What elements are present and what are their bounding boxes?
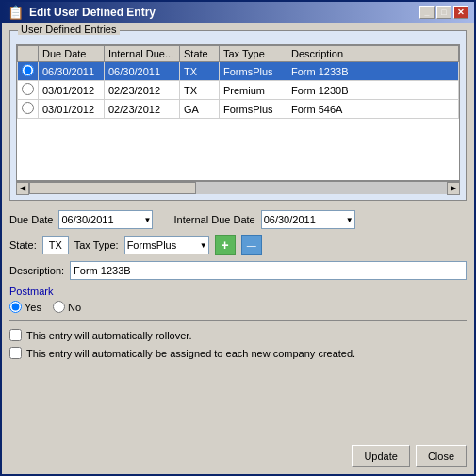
content-area: User Defined Entries Due Date Internal D… <box>2 23 474 474</box>
divider-1 <box>9 320 467 321</box>
tax-type-label: Tax Type: <box>74 239 119 251</box>
cell-tax-type: FormsPlus <box>220 62 287 81</box>
user-defined-entries-group: User Defined Entries Due Date Internal D… <box>9 30 467 201</box>
postmark-radio-group: Yes No <box>9 301 467 313</box>
main-window: 📋 Edit User Defined Entry _ □ ✕ User Def… <box>0 0 476 476</box>
entries-table-container: Due Date Internal Due... State Tax Type … <box>16 44 460 181</box>
cell-internal-due: 02/23/2012 <box>105 81 180 100</box>
remove-entry-button[interactable]: — <box>241 235 262 255</box>
internal-due-date-label: Internal Due Date <box>173 214 254 225</box>
cell-description: Form 1230B <box>287 81 459 100</box>
cell-due-date: 06/30/2011 <box>39 62 105 81</box>
tax-type-select-wrapper: FormsPlus Premium ▼ <box>124 236 209 254</box>
horizontal-scrollbar[interactable]: ◀ ▶ <box>16 181 460 194</box>
form-section: Due Date 06/30/2011 ▼ Internal Due Date … <box>9 206 467 363</box>
update-button[interactable]: Update <box>352 445 409 467</box>
postmark-label: Postmark <box>9 286 467 297</box>
table-row[interactable]: 03/01/201202/23/2012GAFormsPlusForm 546A <box>18 100 459 119</box>
table-body: 06/30/201106/30/2011TXFormsPlusForm 1233… <box>18 62 459 119</box>
auto-assign-label: This entry will automatically be assigne… <box>26 348 355 359</box>
state-taxtype-row: State: Tax Type: FormsPlus Premium ▼ + — <box>9 235 467 255</box>
col-internal-due: Internal Due... <box>105 46 180 62</box>
col-due-date: Due Date <box>39 46 105 62</box>
window-icon: 📋 <box>8 5 24 20</box>
table-header-row: Due Date Internal Due... State Tax Type … <box>18 46 459 62</box>
tax-type-select[interactable]: FormsPlus Premium <box>124 236 209 254</box>
scroll-right-button[interactable]: ▶ <box>447 182 460 195</box>
postmark-yes-radio[interactable]: Yes <box>9 301 41 313</box>
bottom-buttons: Update Close <box>9 441 467 467</box>
postmark-yes-input[interactable] <box>9 301 22 313</box>
table-row[interactable]: 06/30/201106/30/2011TXFormsPlusForm 1233… <box>18 62 459 81</box>
rollover-checkbox-row: This entry will automatically rollover. <box>9 329 467 341</box>
cell-state: GA <box>180 100 220 119</box>
cell-internal-due: 06/30/2011 <box>105 62 180 81</box>
postmark-group: Postmark Yes No <box>9 286 467 313</box>
remove-icon: — <box>247 240 256 251</box>
cell-state: TX <box>180 81 220 100</box>
cell-tax-type: FormsPlus <box>220 100 287 119</box>
title-bar: 📋 Edit User Defined Entry _ □ ✕ <box>2 2 474 23</box>
table-row[interactable]: 03/01/201202/23/2012TXPremiumForm 1230B <box>18 81 459 100</box>
maximize-button[interactable]: □ <box>436 6 451 19</box>
cell-description: Form 546A <box>287 100 459 119</box>
postmark-no-label: No <box>68 302 81 313</box>
add-entry-button[interactable]: + <box>215 235 236 255</box>
row-radio-0[interactable] <box>22 64 34 76</box>
rollover-label: This entry will automatically rollover. <box>26 330 191 341</box>
rollover-checkbox[interactable] <box>9 329 22 341</box>
col-tax-type: Tax Type <box>220 46 287 62</box>
description-input[interactable] <box>70 261 467 280</box>
col-state: State <box>180 46 220 62</box>
internal-due-date-select[interactable]: 06/30/2011 <box>261 210 355 229</box>
due-date-select[interactable]: 06/30/2011 <box>58 210 153 229</box>
cell-due-date: 03/01/2012 <box>39 100 105 119</box>
window-title: Edit User Defined Entry <box>29 6 156 19</box>
description-row: Description: <box>9 261 467 280</box>
postmark-yes-label: Yes <box>25 302 41 313</box>
col-description: Description <box>287 46 459 62</box>
group-box-label: User Defined Entries <box>18 24 120 35</box>
cell-tax-type: Premium <box>220 81 287 100</box>
date-row: Due Date 06/30/2011 ▼ Internal Due Date … <box>9 210 467 229</box>
minimize-button[interactable]: _ <box>419 6 435 19</box>
state-label: State: <box>9 239 37 251</box>
entries-table: Due Date Internal Due... State Tax Type … <box>17 45 459 119</box>
state-input[interactable] <box>42 236 69 254</box>
scroll-track[interactable] <box>29 182 447 194</box>
row-radio-2[interactable] <box>22 102 34 114</box>
postmark-no-input[interactable] <box>53 301 65 313</box>
auto-assign-checkbox[interactable] <box>9 347 22 359</box>
cell-internal-due: 02/23/2012 <box>105 100 180 119</box>
title-bar-controls: _ □ ✕ <box>419 6 468 19</box>
postmark-no-radio[interactable]: No <box>53 301 81 313</box>
cell-description: Form 1233B <box>287 62 459 81</box>
description-label: Description: <box>9 265 64 276</box>
row-radio-1[interactable] <box>22 83 34 95</box>
cell-due-date: 03/01/2012 <box>39 81 105 100</box>
auto-assign-checkbox-row: This entry will automatically be assigne… <box>9 347 467 359</box>
close-button[interactable]: Close <box>416 445 467 467</box>
col-radio <box>18 46 39 62</box>
internal-due-date-select-wrapper: 06/30/2011 ▼ <box>261 210 355 229</box>
cell-state: TX <box>180 62 220 81</box>
scroll-thumb[interactable] <box>29 182 196 194</box>
due-date-select-wrapper: 06/30/2011 ▼ <box>58 210 153 229</box>
due-date-label: Due Date <box>9 214 53 225</box>
close-window-button[interactable]: ✕ <box>453 6 468 19</box>
scroll-left-button[interactable]: ◀ <box>16 182 29 195</box>
